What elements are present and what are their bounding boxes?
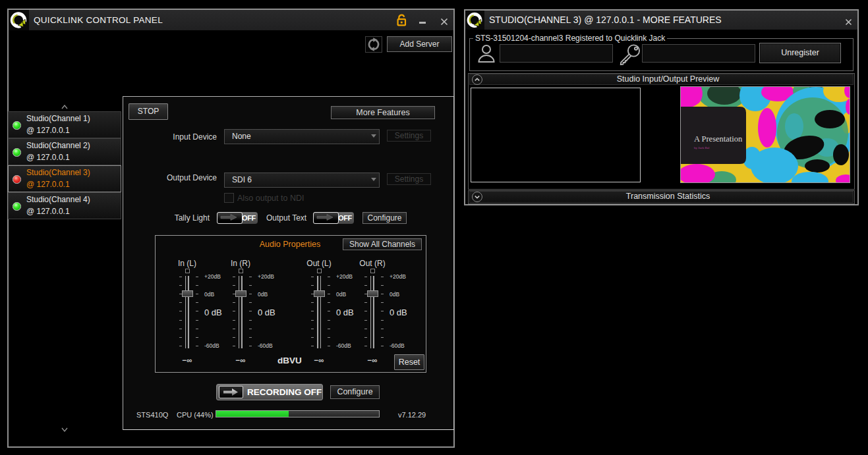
svg-text:by Jack Bal: by Jack Bal xyxy=(694,146,710,149)
svg-text:A Presentation: A Presentation xyxy=(694,134,743,144)
